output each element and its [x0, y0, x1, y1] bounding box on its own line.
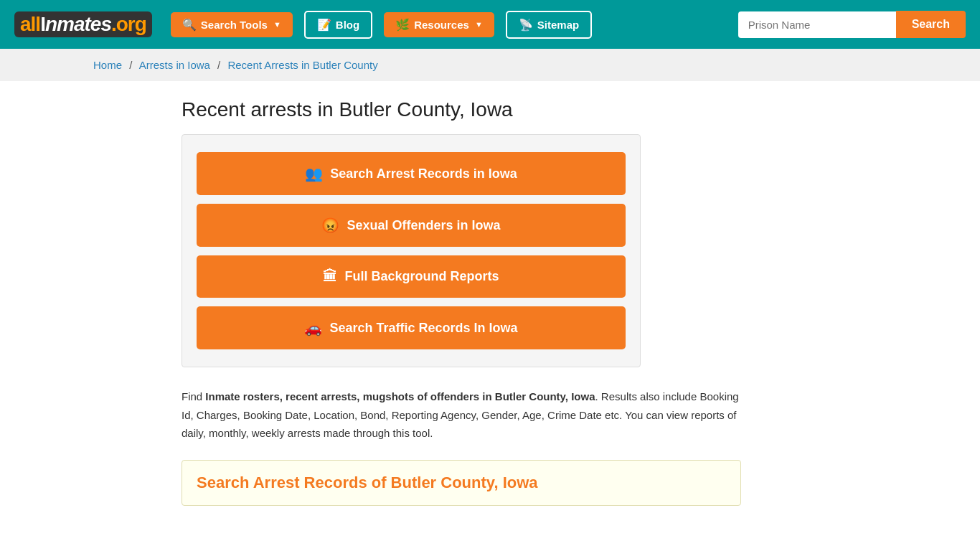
nav-blog-label: Blog — [336, 19, 359, 31]
description-text: Find Inmate rosters, recent arrests, mug… — [182, 387, 741, 443]
breadcrumb-current: Recent Arrests in Butler County — [227, 59, 377, 71]
traffic-records-button[interactable]: 🚗 Search Traffic Records In Iowa — [197, 306, 626, 349]
logo-all: all — [20, 13, 40, 35]
offender-icon: 😡 — [321, 217, 339, 234]
site-header: allInmates.org 🔍 Search Tools ▼ 📝 Blog 🌿… — [0, 0, 980, 49]
breadcrumb-sep-2: / — [217, 59, 220, 71]
chevron-down-icon-2: ▼ — [475, 20, 483, 29]
blog-icon: 📝 — [317, 18, 331, 32]
header-search-label: Search — [912, 18, 950, 30]
nav-sitemap-label: Sitemap — [537, 19, 579, 31]
sexual-offenders-label: Sexual Offenders in Iowa — [347, 218, 500, 233]
breadcrumb-home[interactable]: Home — [93, 59, 122, 71]
site-logo[interactable]: allInmates.org — [14, 11, 152, 37]
nav-blog[interactable]: 📝 Blog — [304, 11, 372, 39]
arrest-records-button[interactable]: 👥 Search Arrest Records in Iowa — [197, 152, 626, 195]
chevron-down-icon: ▼ — [273, 20, 281, 29]
nav-search-tools[interactable]: 🔍 Search Tools ▼ — [171, 12, 293, 37]
logo-org: .org — [111, 13, 146, 35]
nav-resources-label: Resources — [414, 19, 469, 31]
search-section-box: Search Arrest Records of Butler County, … — [182, 460, 741, 506]
nav-search-tools-label: Search Tools — [201, 19, 268, 31]
sitemap-icon: 📡 — [519, 18, 533, 32]
sexual-offenders-button[interactable]: 😡 Sexual Offenders in Iowa — [197, 204, 626, 247]
nav-sitemap[interactable]: 📡 Sitemap — [506, 11, 592, 39]
breadcrumb-sep-1: / — [129, 59, 132, 71]
nav-resources[interactable]: 🌿 Resources ▼ — [384, 12, 494, 37]
desc-bold: Inmate rosters, recent arrests, mugshots… — [205, 390, 595, 402]
header-search-group: Search — [738, 11, 966, 38]
main-content: Recent arrests in Butler County, Iowa 👥 … — [167, 81, 813, 523]
background-reports-label: Full Background Reports — [344, 269, 499, 284]
people-icon: 👥 — [305, 165, 323, 182]
building-icon: 🏛 — [323, 268, 337, 285]
resources-icon: 🌿 — [395, 18, 410, 32]
desc-prefix: Find — [182, 390, 205, 402]
traffic-records-label: Search Traffic Records In Iowa — [329, 321, 517, 336]
breadcrumb: Home / Arrests in Iowa / Recent Arrests … — [0, 49, 980, 81]
action-buttons-box: 👥 Search Arrest Records in Iowa 😡 Sexual… — [182, 134, 641, 367]
arrest-records-label: Search Arrest Records in Iowa — [330, 166, 517, 182]
prison-name-input[interactable] — [738, 11, 896, 38]
header-search-button[interactable]: Search — [896, 11, 966, 38]
background-reports-button[interactable]: 🏛 Full Background Reports — [197, 255, 626, 298]
logo-inmates: nmates — [45, 13, 111, 35]
breadcrumb-arrests-iowa[interactable]: Arrests in Iowa — [139, 59, 210, 71]
search-tools-icon: 🔍 — [182, 18, 197, 32]
car-icon: 🚗 — [304, 319, 322, 336]
page-title: Recent arrests in Butler County, Iowa — [182, 98, 798, 121]
search-section-title: Search Arrest Records of Butler County, … — [197, 474, 726, 492]
